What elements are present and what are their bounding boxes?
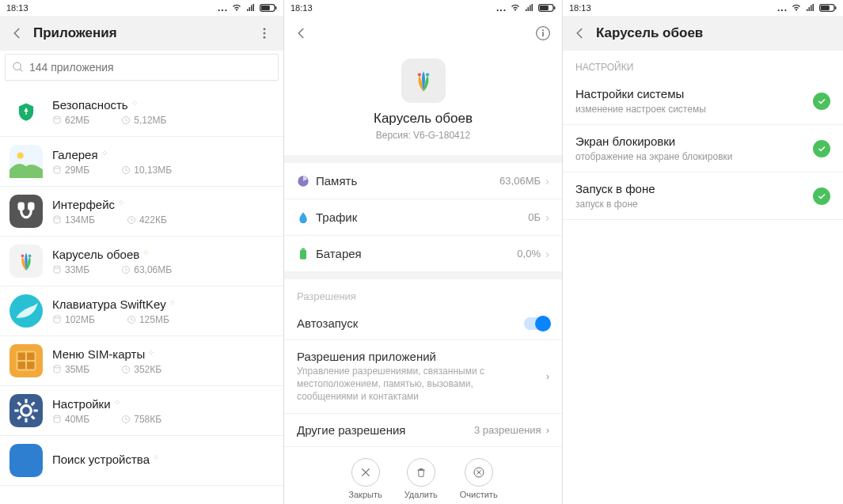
chevron-left-icon [294, 26, 309, 40]
running-indicator-icon: ⁘ [142, 249, 149, 257]
svg-rect-52 [821, 6, 830, 10]
running-indicator-icon: ⁘ [131, 100, 138, 108]
cellular-dots-icon: ... [218, 2, 228, 13]
back-button[interactable] [571, 24, 590, 43]
svg-point-7 [54, 116, 60, 119]
svg-rect-40 [540, 6, 549, 10]
svg-rect-1 [275, 6, 277, 9]
traffic-icon [297, 211, 309, 224]
permission-row[interactable]: Настройки системы изменение настроек сис… [563, 78, 843, 125]
close-button[interactable]: Закрыть [348, 458, 382, 499]
status-bar: 18:13 ... [0, 0, 283, 16]
app-row[interactable]: Галерея⁘ 29МБ10,13МБ [0, 137, 283, 187]
running-indicator-icon: ⁘ [153, 454, 159, 462]
storage-stat: 40МБ [52, 414, 89, 425]
svg-point-6 [13, 63, 21, 70]
menu-button[interactable] [255, 24, 274, 43]
app-version: Версия: V6-G-180412 [284, 130, 562, 141]
close-label: Закрыть [348, 490, 382, 499]
svg-rect-51 [835, 6, 837, 9]
app-icon [9, 195, 43, 228]
storage-icon [52, 265, 62, 275]
battery-row[interactable]: Батарея 0,0% › [284, 236, 562, 271]
svg-point-18 [21, 254, 25, 257]
storage-stat: 33МБ [52, 264, 89, 275]
check-icon [813, 188, 830, 205]
status-icons: ... [218, 2, 277, 13]
delete-button[interactable]: Удалить [404, 458, 438, 499]
app-row[interactable]: Безопасность⁘ 62МБ5,12МБ [0, 87, 283, 137]
storage-value: 29МБ [65, 165, 89, 176]
app-row[interactable]: Клавиатура SwiftKey⁘ 102МБ125МБ [0, 286, 283, 336]
autostart-toggle[interactable] [524, 317, 549, 330]
svg-point-5 [264, 36, 266, 39]
svg-point-16 [54, 216, 60, 218]
app-row[interactable]: Меню SIM-карты⁘ 35МБ352КБ [0, 336, 283, 386]
memory-row[interactable]: Память 63,06МБ › [284, 163, 562, 199]
settings-section-label: НАСТРОЙКИ [563, 51, 843, 78]
wallpaper-carousel-icon [410, 67, 437, 94]
svg-rect-39 [554, 6, 556, 9]
svg-point-42 [542, 29, 544, 31]
app-icon [9, 294, 43, 328]
app-icon [9, 145, 43, 178]
app-row[interactable]: Настройки⁘ 40МБ758КБ [0, 386, 283, 436]
svg-rect-2 [261, 6, 270, 10]
search-input[interactable] [29, 61, 272, 74]
running-indicator-icon: ⁘ [148, 349, 154, 357]
svg-rect-29 [18, 362, 25, 369]
search-box[interactable] [5, 54, 279, 81]
permission-row[interactable]: Экран блокировки отображение на экране б… [563, 125, 843, 172]
app-row[interactable]: Интерфейс⁘ 134МБ422КБ [0, 187, 283, 237]
running-indicator-icon: ⁘ [169, 299, 176, 307]
app-permissions-row[interactable]: Разрешения приложений Управление разреше… [284, 340, 562, 414]
info-icon [535, 25, 551, 41]
svg-rect-30 [27, 362, 34, 369]
app-icon [9, 244, 43, 278]
other-permissions-row[interactable]: Другие разрешения 3 разрешения › [284, 414, 562, 447]
status-icons: ... [777, 2, 837, 13]
app-permissions-label: Разрешения приложений [297, 350, 487, 363]
clock-icon [121, 415, 131, 424]
app-row[interactable]: Поиск устройства⁘ [0, 436, 283, 486]
svg-point-31 [54, 366, 60, 368]
storage-stat: 102МБ [52, 314, 95, 325]
permission-desc: изменение настроек системы [575, 104, 706, 115]
svg-rect-15 [28, 202, 34, 210]
chevron-left-icon [10, 26, 25, 40]
traffic-row[interactable]: Трафик 0Б › [284, 199, 562, 236]
clear-button[interactable]: Очистить [460, 458, 498, 499]
storage-stat: 62МБ [52, 115, 89, 126]
svg-rect-27 [18, 353, 25, 360]
data-value: 352КБ [134, 364, 161, 375]
app-name-label: Меню SIM-карты [52, 347, 145, 361]
app-row[interactable]: Карусель обоев⁘ 33МБ63,06МБ [0, 237, 283, 286]
back-button[interactable] [292, 24, 311, 43]
info-button[interactable] [534, 24, 553, 43]
cellular-dots-icon: ... [496, 2, 507, 13]
clock-icon [121, 116, 131, 125]
chevron-right-icon: › [546, 370, 549, 382]
battery-icon [260, 3, 277, 13]
permission-desc: запуск в фоне [575, 199, 655, 210]
svg-point-44 [417, 73, 420, 76]
memory-label: Память [316, 174, 357, 188]
status-time: 18:13 [290, 3, 313, 13]
svg-point-35 [54, 415, 60, 418]
header [284, 16, 562, 51]
storage-value: 40МБ [65, 414, 89, 425]
battery-label: Батарея [316, 247, 362, 260]
storage-icon [52, 365, 62, 374]
svg-point-3 [264, 28, 266, 30]
svg-point-10 [17, 152, 23, 158]
storage-value: 35МБ [65, 364, 89, 375]
chevron-right-icon: › [545, 210, 549, 224]
permission-row[interactable]: Запуск в фоне запуск в фоне [563, 172, 843, 220]
header: Карусель обоев [563, 16, 843, 51]
autostart-row[interactable]: Автозапуск [284, 307, 562, 340]
back-button[interactable] [8, 24, 27, 43]
app-name: Карусель обоев [284, 111, 562, 127]
app-name-label: Интерфейс [52, 198, 115, 211]
app-icon [9, 444, 43, 477]
svg-rect-48 [302, 248, 305, 249]
